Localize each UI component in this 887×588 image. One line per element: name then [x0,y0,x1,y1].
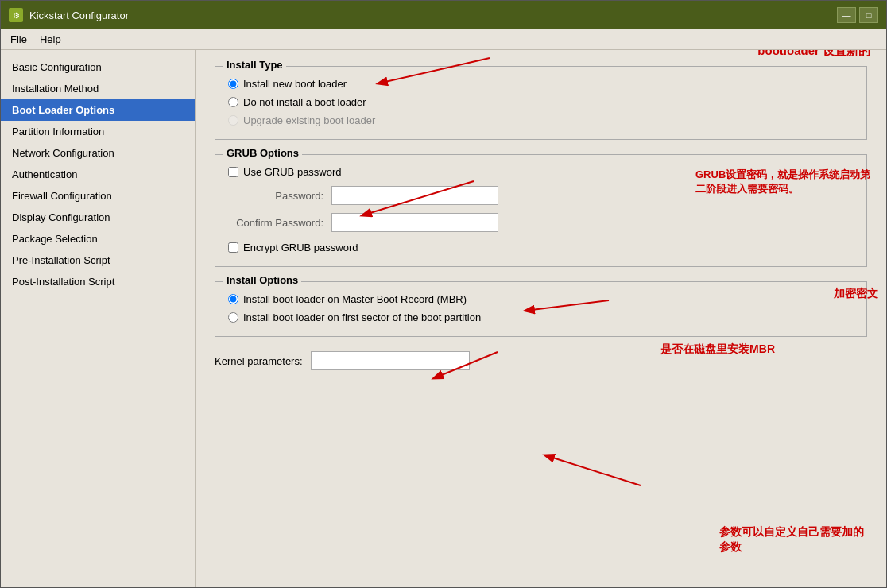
main-window: ⚙ Kickstart Configurator — □ File Help B… [0,0,887,588]
confirm-password-input[interactable] [331,213,498,232]
radio-install-first-sector[interactable]: Install boot loader on first sector of t… [228,311,854,323]
install-options-section: Install Options Install boot loader on M… [215,281,867,337]
annotation-grub: GRUB设置密码，就是操作系统启动第二阶段进入需要密码。 [695,168,878,196]
annotation-kernel: 参数可以自定义自己需要加的参数 [719,524,870,555]
menu-help[interactable]: Help [33,31,68,48]
sidebar-item-firewall-config[interactable]: Firewall Configuration [1,185,195,207]
radio-install-new-label: Install new boot loader [243,78,347,90]
install-type-options: Install new boot loader Do not install a… [228,78,854,126]
radio-upgrade-existing[interactable]: Upgrade existing boot loader [228,114,854,126]
password-input[interactable] [331,186,498,205]
radio-do-not-install[interactable]: Do not install a boot loader [228,96,854,108]
radio-do-not-install-input[interactable] [228,97,238,107]
content-area: bootloader 设置新的 GRUB设置密码，就是操作系统启动第二阶段进入需… [196,50,886,587]
confirm-password-row: Confirm Password: [228,213,854,232]
sidebar-item-display-config[interactable]: Display Configuration [1,207,195,228]
sidebar-item-network-config[interactable]: Network Configuration [1,142,195,164]
encrypt-grub-label: Encrypt GRUB password [243,242,358,253]
annotation-bootloader: bootloader 设置新的 [757,50,870,59]
sidebar-item-authentication[interactable]: Authentication [1,164,195,185]
radio-do-not-install-label: Do not install a boot loader [243,96,366,108]
sidebar-item-install-method[interactable]: Installation Method [1,78,195,99]
kernel-parameters-input[interactable] [311,351,470,370]
svg-line-5 [545,455,641,485]
annotation-encrypt: 加密密文 [834,287,878,301]
radio-install-first-sector-label: Install boot loader on first sector of t… [243,311,481,323]
confirm-password-label: Confirm Password: [228,217,331,229]
radio-upgrade-existing-label: Upgrade existing boot loader [243,114,375,126]
minimize-button[interactable]: — [837,7,856,23]
radio-upgrade-existing-input [228,115,238,126]
window-controls: — □ [837,7,878,23]
use-grub-password-input[interactable] [228,167,238,177]
install-options-title: Install Options [223,274,301,286]
sidebar-item-boot-loader[interactable]: Boot Loader Options [1,99,195,121]
install-options-radios: Install boot loader on Master Boot Recor… [228,293,854,323]
title-bar: ⚙ Kickstart Configurator — □ [1,1,886,29]
radio-install-mbr[interactable]: Install boot loader on Master Boot Recor… [228,293,854,305]
sidebar-item-package-select[interactable]: Package Selection [1,228,195,250]
install-type-section: Install Type Install new boot loader Do … [215,66,867,140]
sidebar: Basic ConfigurationInstallation MethodBo… [1,50,196,587]
main-area: Basic ConfigurationInstallation MethodBo… [1,50,886,587]
radio-install-new[interactable]: Install new boot loader [228,78,854,90]
radio-install-first-sector-input[interactable] [228,312,238,323]
grub-options-title: GRUB Options [223,147,302,159]
radio-install-mbr-label: Install boot loader on Master Boot Recor… [243,293,467,305]
radio-install-new-input[interactable] [228,79,238,89]
sidebar-item-partition-info[interactable]: Partition Information [1,121,195,142]
install-type-title: Install Type [223,59,286,71]
maximize-button[interactable]: □ [859,7,878,23]
use-grub-password-label: Use GRUB password [243,166,342,178]
menu-bar: File Help [1,29,886,50]
menu-file[interactable]: File [4,31,33,48]
password-label: Password: [228,190,331,202]
app-icon: ⚙ [9,8,23,22]
sidebar-item-pre-install[interactable]: Pre-Installation Script [1,250,195,271]
encrypt-grub-checkbox[interactable]: Encrypt GRUB password [228,242,854,253]
encrypt-grub-input[interactable] [228,242,238,253]
annotation-mbr: 是否在磁盘里安装MBR [660,342,775,357]
radio-install-mbr-input[interactable] [228,294,238,304]
window-title: Kickstart Configurator [29,10,129,21]
sidebar-item-basic-config[interactable]: Basic Configuration [1,56,195,78]
sidebar-item-post-install[interactable]: Post-Installation Script [1,271,195,292]
title-bar-left: ⚙ Kickstart Configurator [9,8,129,22]
kernel-parameters-label: Kernel parameters: [215,355,303,367]
